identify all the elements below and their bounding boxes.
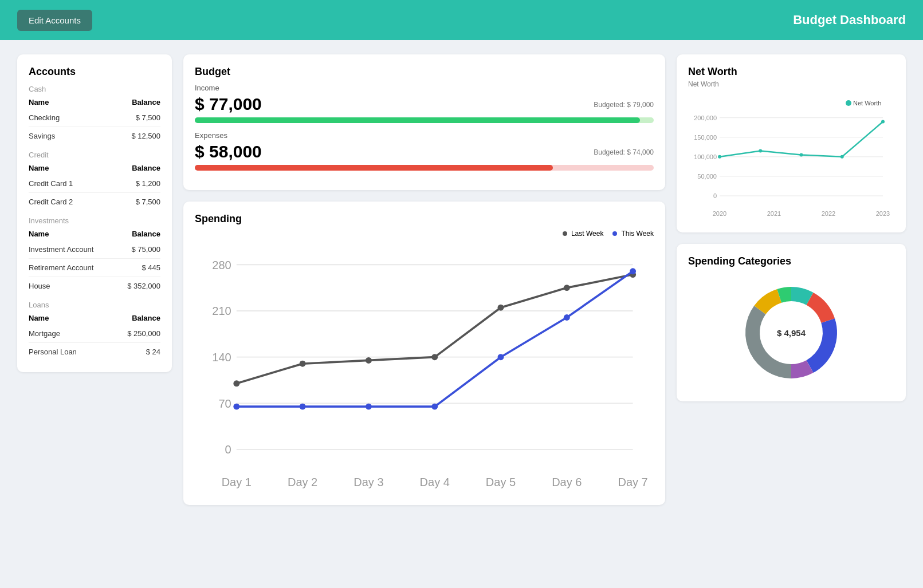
net-worth-card: Net Worth Net Worth Net Worth050,000100,… [677,54,906,232]
account-header-row: NameBalance [29,161,160,175]
account-balance: $ 75,000 [131,245,160,254]
expense-bar-bg [195,165,654,171]
col-balance: Balance [132,164,160,172]
col-name: Name [29,98,49,106]
account-category-credit: CreditNameBalanceCredit Card 1$ 1,200Cre… [29,151,160,211]
account-name: Mortgage [29,329,60,338]
income-budgeted: Budgeted: $ 79,000 [594,101,654,109]
svg-text:2023: 2023 [876,210,890,217]
account-header-row: NameBalance [29,311,160,325]
accounts-title: Accounts [29,66,160,78]
svg-text:0: 0 [713,192,717,199]
svg-text:Day 4: Day 4 [420,476,450,488]
svg-point-21 [498,305,504,311]
account-name: Credit Card 1 [29,179,73,188]
this-week-dot [612,231,617,236]
main-content: Accounts CashNameBalanceChecking$ 7,500S… [0,40,923,519]
svg-text:140: 140 [212,351,231,364]
edit-accounts-button[interactable]: Edit Accounts [17,10,92,31]
account-category-investments: InvestmentsNameBalanceInvestment Account… [29,216,160,295]
income-bar-bg [195,117,654,123]
donut-segment [806,318,837,373]
account-balance: $ 352,000 [127,282,160,290]
svg-text:50,000: 50,000 [697,173,717,180]
account-balance: $ 250,000 [127,329,160,338]
account-balance: $ 24 [146,348,160,356]
svg-point-20 [431,354,438,360]
last-week-dot [563,231,567,236]
spending-chart: 070140210280Day 1Day 2Day 3Day 4Day 5Day… [195,241,654,491]
donut-segment [745,306,791,378]
expense-bar-fill [195,165,553,171]
accounts-card: Accounts CashNameBalanceChecking$ 7,500S… [17,54,172,372]
spending-title: Spending [195,213,654,225]
svg-point-51 [881,120,885,123]
svg-text:Day 3: Day 3 [354,476,383,488]
this-week-legend: This Week [612,230,654,238]
category-label: Credit [29,151,160,159]
account-row: Investment Account$ 75,000 [29,240,160,259]
account-balance: $ 12,500 [131,132,160,140]
net-worth-title: Net Worth [688,66,894,78]
category-label: Loans [29,301,160,309]
account-header-row: NameBalance [29,227,160,240]
col-balance: Balance [132,230,160,238]
account-balance: $ 1,200 [136,179,160,188]
svg-point-18 [300,361,306,367]
account-balance: $ 445 [142,263,160,272]
account-row: Savings$ 12,500 [29,127,160,145]
svg-text:100,000: 100,000 [694,153,717,160]
budget-expense-section: Expenses $ 58,000 Budgeted: $ 74,000 [195,131,654,171]
account-row: Personal Loan$ 24 [29,343,160,361]
account-name: Savings [29,132,55,140]
spending-categories-card: Spending Categories $ 4,954 [677,244,906,401]
svg-text:2021: 2021 [767,210,781,217]
svg-text:2020: 2020 [713,210,726,217]
budget-title: Budget [195,66,654,78]
svg-point-47 [718,155,721,159]
svg-point-29 [564,314,570,321]
svg-point-25 [300,404,306,410]
account-name: Credit Card 2 [29,198,73,206]
account-name: House [29,282,50,290]
net-worth-subtitle: Net Worth [688,80,894,88]
col-name: Name [29,314,49,322]
last-week-legend: Last Week [563,230,604,238]
donut-center-label: $ 4,954 [777,328,806,338]
account-row: Credit Card 2$ 7,500 [29,193,160,211]
col-name: Name [29,230,49,238]
donut-container: $ 4,954 [688,275,894,390]
svg-point-49 [800,153,803,156]
svg-text:Day 5: Day 5 [486,476,516,488]
account-category-loans: LoansNameBalanceMortgage$ 250,000Persona… [29,301,160,361]
category-label: Investments [29,216,160,225]
budget-income-section: Income $ 77,000 Budgeted: $ 79,000 [195,84,654,123]
svg-point-19 [366,357,372,364]
dashboard-title: Budget Dashboard [793,13,906,27]
svg-text:Day 6: Day 6 [552,476,582,488]
account-header-row: NameBalance [29,96,160,109]
svg-text:280: 280 [212,259,231,271]
account-row: Checking$ 7,500 [29,109,160,127]
svg-text:Day 7: Day 7 [618,476,647,488]
accounts-list: CashNameBalanceChecking$ 7,500Savings$ 1… [29,85,160,361]
account-name: Retirement Account [29,263,93,272]
spending-legend: Last Week This Week [195,230,654,238]
svg-text:150,000: 150,000 [694,134,717,141]
svg-text:2022: 2022 [822,210,835,217]
col-balance: Balance [132,314,160,322]
svg-point-22 [564,285,570,291]
expense-budgeted: Budgeted: $ 74,000 [594,148,654,156]
col-balance: Balance [132,98,160,106]
account-row: Mortgage$ 250,000 [29,325,160,343]
account-row: Credit Card 1$ 1,200 [29,175,160,193]
account-name: Personal Loan [29,348,77,356]
col-name: Name [29,164,49,172]
svg-point-50 [840,155,844,159]
svg-text:210: 210 [212,305,231,317]
svg-text:Day 2: Day 2 [288,476,317,488]
right-column: Net Worth Net Worth Net Worth050,000100,… [677,54,906,401]
svg-point-26 [366,404,372,410]
svg-text:Day 1: Day 1 [222,476,252,488]
svg-point-28 [498,354,504,360]
